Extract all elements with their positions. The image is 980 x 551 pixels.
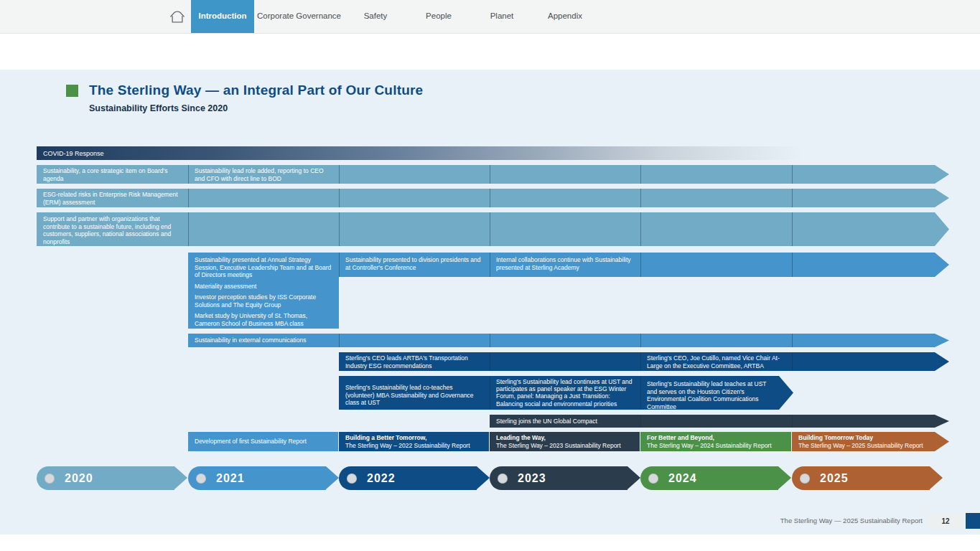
page-subtitle: Sustainability Efforts Since 2020 [89,103,228,113]
column-divider [640,253,641,277]
year-marker-2023: 2023 [490,466,640,490]
timeline-text: Sterling's Sustainability lead co-teache… [339,376,490,409]
year-marker-2025: 2025 [792,466,943,490]
year-dot [196,474,206,484]
year-marker-2024: 2024 [640,466,791,490]
report-cell-2021: Development of first Sustainability Repo… [188,432,338,451]
year-dot [45,474,55,484]
report-subtitle: The Sterling Way – 2022 Sustainability R… [345,442,482,450]
timeline-bar-external-communications: Sustainability in external communication… [188,334,949,347]
timeline-text: Investor perception studies by ISS Corpo… [195,293,332,309]
year-dot [800,474,810,484]
year-label: 2020 [65,472,93,485]
year-dot [648,474,658,484]
column-divider [490,212,490,246]
timeline-text: Market study by University of St. Thomas… [195,312,332,327]
timeline-text: Sustainability presented to division pre… [339,253,490,273]
year-label: 2024 [668,472,697,485]
timeline-text: Sustainability in external communication… [188,334,339,347]
timeline-text: Sterling's Sustainability lead teaches a… [640,376,773,413]
report-cell-2022: Building a Better Tomorrow, The Sterling… [339,432,489,451]
year-arrow-tip [174,466,187,489]
column-divider [490,352,490,371]
column-divider [339,253,340,277]
year-marker-2022: 2022 [339,466,490,490]
column-divider [490,189,490,207]
report-cell-2024: For Better and Beyond, The Sterling Way … [640,432,791,451]
column-divider [188,212,189,246]
tab-introduction[interactable]: Introduction [191,0,254,33]
timeline-text: Support and partner with organizations t… [37,212,187,248]
report-title: Building Tomorrow Today [798,434,943,442]
column-divider [792,352,793,371]
timeline-text: Materiality assessment [195,283,332,291]
year-marker-2020: 2020 [37,466,187,490]
tab-appendix[interactable]: Appendix [533,0,597,33]
year-arrow-tip [477,466,490,489]
tab-safety[interactable]: Safety [344,0,407,33]
covid-label: COVID-19 Response [43,146,104,160]
column-divider [792,189,793,207]
column-divider [490,334,490,347]
report-subtitle: The Sterling Way – 2025 Sustainability R… [798,442,943,450]
title-bullet-square [66,85,78,97]
column-divider [640,212,641,246]
year-label: 2025 [820,472,849,485]
column-divider [640,415,641,428]
timeline-bar-partnerships: Support and partner with organizations t… [37,212,949,246]
report-subtitle: The Sterling Way – 2024 Sustainability R… [647,442,785,450]
column-divider [188,165,189,184]
page: Introduction Corporate Governance Safety… [0,0,980,551]
column-divider [188,189,189,207]
year-arrow-tip [930,466,943,489]
timeline-bar-artba: Sterling's CEO leads ARTBA's Transportat… [339,352,949,371]
content-panel: The Sterling Way — an Integral Part of O… [0,70,980,534]
column-divider [490,165,490,184]
year-arrow-tip [778,466,791,489]
footer-accent-square [966,513,980,529]
report-cell-2025: Building Tomorrow Today The Sterling Way… [792,432,949,451]
year-arrow-tip [326,466,339,489]
year-marker-2021: 2021 [188,466,339,490]
year-label: 2022 [367,472,396,485]
timeline-text: Sustainability lead role added, reportin… [188,165,339,184]
year-label: 2021 [216,472,245,485]
timeline-bar-esg-risks: ESG-related risks in Enterprise Risk Man… [37,189,949,207]
home-icon[interactable] [164,0,191,33]
top-nav: Introduction Corporate Governance Safety… [0,0,980,34]
tab-people[interactable]: People [407,0,470,33]
page-title: The Sterling Way — an Integral Part of O… [89,83,423,98]
timeline-text: Sterling's CEO leads ARTBA's Transportat… [339,352,490,372]
timeline-text: Sterling's CEO, Joe Cutillo, named Vice … [640,352,791,372]
column-divider [792,334,793,347]
column-divider [640,189,641,207]
timeline-bar-ust: Sterling's Sustainability lead co-teache… [339,376,793,410]
column-divider [640,376,641,410]
year-dot [498,474,508,484]
timeline-text: Sustainability, a core strategic item on… [37,165,187,184]
tab-planet[interactable]: Planet [470,0,533,33]
page-number: 12 [928,514,963,529]
column-divider [792,165,793,184]
timeline-block-2021-initiatives: Sustainability presented at Annual Strat… [188,253,339,329]
timeline-text: Internal collaborations continue with Su… [490,253,640,273]
column-divider [339,212,340,246]
column-divider [339,189,340,207]
column-divider [339,165,340,184]
timeline-text: ESG-related risks in Enterprise Risk Man… [37,189,187,208]
report-title: Building a Better Tomorrow, [345,434,482,442]
column-divider [339,334,340,347]
home-icon-glyph [169,10,185,24]
tab-corporate-governance[interactable]: Corporate Governance [254,0,344,33]
report-title: For Better and Beyond, [647,434,785,442]
column-divider [792,415,793,428]
column-divider [640,334,641,347]
column-divider [792,212,793,246]
timeline-bar-covid: COVID-19 Response [37,146,835,160]
report-cell-2023: Leading the Way, The Sterling Way – 2023… [490,432,640,451]
timeline-text: Sterling's Sustainability lead continues… [490,376,640,410]
report-title: Leading the Way, [496,434,633,442]
timeline-text: Sterling joins the UN Global Compact [490,415,640,428]
column-divider [490,253,490,277]
report-subtitle: The Sterling Way – 2023 Sustainability R… [496,442,633,450]
